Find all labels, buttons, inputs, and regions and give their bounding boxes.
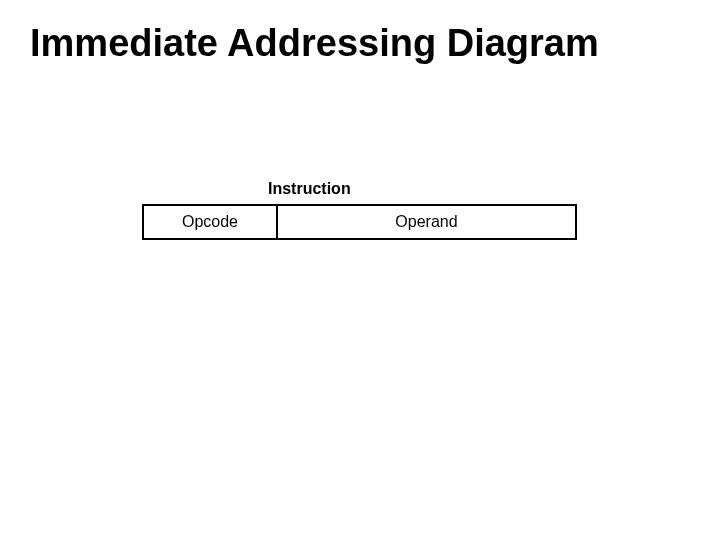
instruction-box: Opcode Operand <box>142 204 577 240</box>
instruction-label: Instruction <box>268 180 351 198</box>
opcode-cell: Opcode <box>142 204 278 240</box>
page-title: Immediate Addressing Diagram <box>30 22 599 65</box>
operand-cell: Operand <box>278 204 577 240</box>
